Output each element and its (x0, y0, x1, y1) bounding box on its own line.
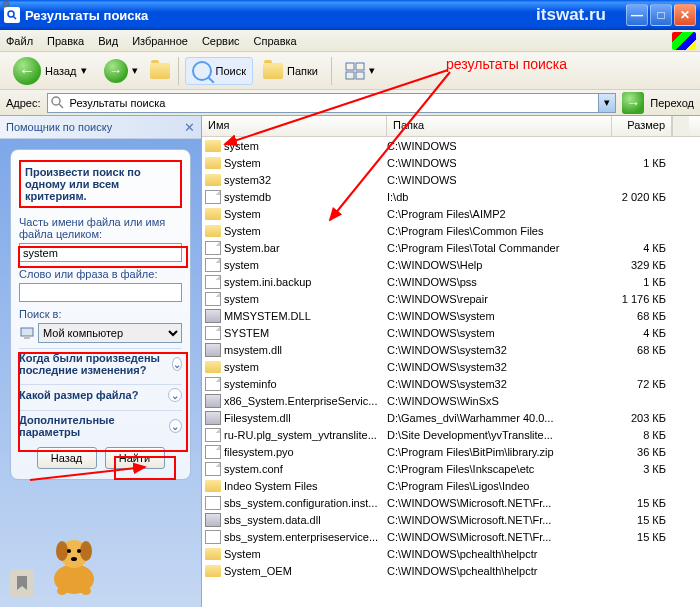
go-button[interactable]: → (622, 92, 644, 114)
back-button[interactable]: ← Назад ▾ (6, 53, 94, 89)
expander-label: Какой размер файла? (19, 389, 138, 401)
list-item[interactable]: system.confC:\Program Files\Inkscape\etc… (202, 460, 700, 477)
svg-point-17 (57, 587, 67, 595)
filename-label: Часть имени файла или имя файла целиком: (19, 216, 182, 240)
item-size: 15 КБ (612, 497, 672, 509)
file-icon (205, 428, 221, 442)
list-item[interactable]: Indeo System FilesC:\Program Files\Ligos… (202, 477, 700, 494)
item-name: SYSTEM (224, 327, 269, 339)
find-button[interactable]: Найти (105, 447, 165, 469)
list-item[interactable]: SystemC:\WINDOWS\pchealth\helpctr (202, 545, 700, 562)
svg-point-12 (56, 541, 68, 561)
folders-label: Папки (287, 65, 318, 77)
svg-rect-3 (356, 63, 364, 70)
expander-when-modified[interactable]: Когда были произведены последние изменен… (19, 348, 182, 379)
maximize-button[interactable]: □ (650, 4, 672, 26)
item-size: 329 КБ (612, 259, 672, 271)
item-name: systeminfo (224, 378, 277, 390)
item-path: C:\WINDOWS\Microsoft.NET\Fr... (387, 497, 612, 509)
list-item[interactable]: SYSTEMC:\WINDOWS\system4 КБ (202, 324, 700, 341)
list-item[interactable]: Filesystem.dllD:\Games_dvi\Warhammer 40.… (202, 409, 700, 426)
item-size: 8 КБ (612, 429, 672, 441)
forward-button[interactable]: → ▾ (97, 55, 145, 87)
list-item[interactable]: systemC:\WINDOWS\Help329 КБ (202, 256, 700, 273)
windows-flag-icon (672, 32, 696, 50)
item-name: sbs_system.configuration.inst... (224, 497, 377, 509)
lookin-select[interactable]: Мой компьютер (38, 323, 182, 343)
minimize-button[interactable]: — (626, 4, 648, 26)
list-item[interactable]: SystemC:\Program Files\Common Files (202, 222, 700, 239)
svg-point-14 (67, 549, 71, 553)
close-button[interactable]: ✕ (674, 4, 696, 26)
menu-file[interactable]: Файл (6, 35, 33, 47)
item-path: I:\db (387, 191, 612, 203)
list-item[interactable]: systeminfoC:\WINDOWS\system3272 КБ (202, 375, 700, 392)
up-button[interactable] (148, 59, 172, 83)
list-item[interactable]: System.barC:\Program Files\Total Command… (202, 239, 700, 256)
results-list[interactable]: systemC:\WINDOWSSystemC:\WINDOWS1 КБsyst… (202, 137, 700, 607)
sidebar-close-icon[interactable]: ✕ (184, 120, 195, 135)
folders-button[interactable]: Папки (256, 59, 325, 83)
back-button[interactable]: Назад (37, 447, 97, 469)
list-item[interactable]: SystemC:\WINDOWS1 КБ (202, 154, 700, 171)
folder-icon (205, 548, 221, 560)
item-name: x86_System.EnterpriseServic... (224, 395, 377, 407)
search-button[interactable]: Поиск (185, 57, 253, 85)
list-item[interactable]: ru-RU.plg_system_yvtranslite...D:\Site D… (202, 426, 700, 443)
menu-favorites[interactable]: Избранное (132, 35, 188, 47)
list-item[interactable]: sbs_system.data.dllC:\WINDOWS\Microsoft.… (202, 511, 700, 528)
item-path: C:\WINDOWS\system32 (387, 361, 612, 373)
column-name[interactable]: Имя (202, 116, 387, 136)
file-icon (205, 258, 221, 272)
list-item[interactable]: System_OEMC:\WINDOWS\pchealth\helpctr (202, 562, 700, 579)
bookmark-icon[interactable] (10, 569, 34, 597)
list-item[interactable]: MMSYSTEM.DLLC:\WINDOWS\system68 КБ (202, 307, 700, 324)
list-item[interactable]: sbs_system.configuration.inst...C:\WINDO… (202, 494, 700, 511)
menu-edit[interactable]: Правка (47, 35, 84, 47)
item-path: C:\Program Files\Common Files (387, 225, 612, 237)
list-item[interactable]: sbs_system.enterpriseservice...C:\WINDOW… (202, 528, 700, 545)
expander-more-options[interactable]: Дополнительные параметры⌄ (19, 410, 182, 441)
dll-icon (205, 411, 221, 425)
file-icon (205, 445, 221, 459)
item-path: C:\WINDOWS\Microsoft.NET\Fr... (387, 531, 612, 543)
phrase-input[interactable] (19, 283, 182, 302)
menu-help[interactable]: Справка (254, 35, 297, 47)
list-item[interactable]: filesystem.pyoC:\Program Files\BitPim\li… (202, 443, 700, 460)
column-size[interactable]: Размер (612, 116, 672, 136)
folder-up-icon (150, 63, 170, 79)
app-icon (4, 7, 20, 23)
svg-line-7 (59, 104, 63, 108)
list-item[interactable]: systemC:\WINDOWS (202, 137, 700, 154)
item-path: C:\WINDOWS\system (387, 327, 612, 339)
item-name: System (224, 157, 261, 169)
menu-tools[interactable]: Сервис (202, 35, 240, 47)
item-size: 72 КБ (612, 378, 672, 390)
item-name: filesystem.pyo (224, 446, 294, 458)
expander-file-size[interactable]: Какой размер файла?⌄ (19, 384, 182, 405)
item-path: C:\Program Files\Inkscape\etc (387, 463, 612, 475)
views-button[interactable]: ▾ (338, 58, 382, 84)
svg-point-18 (81, 587, 91, 595)
filename-input[interactable] (19, 243, 182, 262)
column-path[interactable]: Папка (387, 116, 612, 136)
list-item[interactable]: systemC:\WINDOWS\repair1 176 КБ (202, 290, 700, 307)
list-item[interactable]: system32C:\WINDOWS (202, 171, 700, 188)
file-icon (205, 462, 221, 476)
item-path: C:\WINDOWS\WinSxS (387, 395, 612, 407)
menu-view[interactable]: Вид (98, 35, 118, 47)
folder-icon (205, 174, 221, 186)
address-dropdown[interactable]: ▾ (598, 94, 615, 112)
list-item[interactable]: x86_System.EnterpriseServic...C:\WINDOWS… (202, 392, 700, 409)
list-item[interactable]: systemC:\WINDOWS\system32 (202, 358, 700, 375)
list-item[interactable]: msystem.dllC:\WINDOWS\system3268 КБ (202, 341, 700, 358)
list-item[interactable]: SystemC:\Program Files\AIMP2 (202, 205, 700, 222)
chevron-down-icon: ⌄ (172, 357, 182, 371)
dll-icon (205, 309, 221, 323)
search-icon (192, 61, 212, 81)
folders-icon (263, 63, 283, 79)
list-item[interactable]: system.ini.backupC:\WINDOWS\pss1 КБ (202, 273, 700, 290)
list-item[interactable]: systemdbI:\db2 020 КБ (202, 188, 700, 205)
file-icon (205, 326, 221, 340)
address-input[interactable] (47, 93, 617, 113)
